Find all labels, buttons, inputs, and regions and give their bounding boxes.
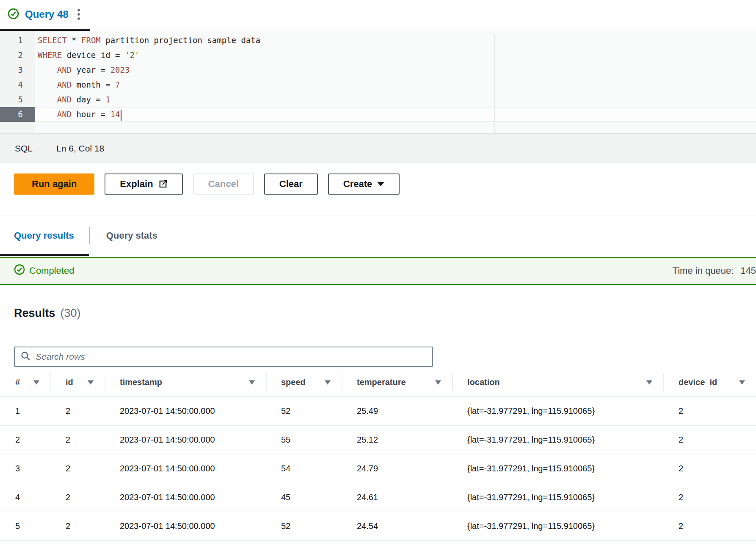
table-row: 322023-07-01 14:50:00.0005424.79{lat=-31… <box>0 454 756 483</box>
table-cell: 54 <box>266 454 342 483</box>
editor-line-5[interactable]: 5 AND day = 1 <box>0 92 756 107</box>
table-row: 122023-07-01 14:50:00.0005225.49{lat=-31… <box>0 397 756 426</box>
table-cell: 2 <box>50 397 105 425</box>
column-label: timestamp <box>120 377 162 387</box>
table-cell: {lat=-31.977291, lng=115.910065} <box>452 426 663 454</box>
table-cell: 2023-07-01 14:50:00.000 <box>105 454 266 483</box>
table-cell: 2 <box>50 454 105 483</box>
table-cell: 52 <box>266 512 342 540</box>
run-again-button[interactable]: Run again <box>14 173 94 195</box>
create-label: Create <box>343 179 372 190</box>
clear-label: Clear <box>279 179 303 190</box>
query-status-banner: Completed Time in queue: 145 <box>0 257 756 285</box>
line-number: 4 <box>0 77 35 92</box>
table-cell: {lat=-31.977291, lng=115.910065} <box>452 397 663 425</box>
query-tab[interactable]: Query 48 <box>0 0 90 31</box>
query-tab-menu-button[interactable] <box>74 6 83 22</box>
sort-icon[interactable] <box>33 377 40 387</box>
search-icon <box>21 351 30 363</box>
editor-line-2[interactable]: 2WHERE device_id = '2' <box>0 48 756 63</box>
table-cell: 2 <box>663 426 756 454</box>
query-success-icon <box>8 8 19 21</box>
table-cell: 2023-07-01 14:50:00.000 <box>105 397 266 425</box>
table-cell: 3 <box>0 454 50 483</box>
table-cell: 25.49 <box>342 397 452 425</box>
sort-icon[interactable] <box>646 377 653 387</box>
results-heading: Results (30) <box>14 307 756 320</box>
status-completed-label: Completed <box>29 265 74 276</box>
sort-icon[interactable] <box>248 377 255 387</box>
line-number: 5 <box>0 92 35 107</box>
editor-line-3[interactable]: 3 AND year = 2023 <box>0 63 756 77</box>
explain-button[interactable]: Explain <box>105 173 182 195</box>
code-text: AND hour = 14 <box>35 107 756 122</box>
cancel-button[interactable]: Cancel <box>193 173 254 195</box>
column-header-speed[interactable]: speed <box>266 368 342 396</box>
search-rows-box <box>14 347 433 367</box>
tab-query-results[interactable]: Query results <box>0 215 89 256</box>
sort-icon[interactable] <box>435 377 441 387</box>
table-row: 422023-07-01 14:50:00.0004524.61{lat=-31… <box>0 483 756 512</box>
sort-icon[interactable] <box>87 377 94 387</box>
column-header-row-number[interactable]: # <box>0 368 50 396</box>
time-in-queue-label: Time in queue: <box>673 265 734 276</box>
column-header-location[interactable]: location <box>452 368 663 396</box>
cancel-label: Cancel <box>208 179 239 190</box>
table-cell: {lat=-31.977291, lng=115.910065} <box>452 512 663 540</box>
time-in-queue-value: 145 <box>740 265 756 276</box>
table-cell: 24.54 <box>342 512 452 540</box>
results-table-body: 122023-07-01 14:50:00.0005225.49{lat=-31… <box>0 397 756 541</box>
table-cell: 2 <box>50 426 105 454</box>
clear-button[interactable]: Clear <box>264 173 318 195</box>
column-label: # <box>15 377 20 387</box>
code-text: AND month = 7 <box>35 77 756 92</box>
editor-line-6[interactable]: 6 AND hour = 14 <box>0 107 756 122</box>
text-cursor <box>121 110 121 121</box>
line-number: 3 <box>0 63 35 77</box>
time-in-queue: Time in queue: 145 <box>673 265 756 276</box>
line-number: 6 <box>0 107 35 122</box>
search-rows-input[interactable] <box>36 352 426 362</box>
line-number: 1 <box>0 33 35 48</box>
table-cell: 24.61 <box>342 483 452 512</box>
code-text: SELECT * FROM partition_projection_sampl… <box>35 33 756 48</box>
table-cell: 24.79 <box>342 454 452 483</box>
editor-print-margin <box>494 33 495 133</box>
tab-query-stats[interactable]: Query stats <box>90 215 174 256</box>
table-cell: 5 <box>0 512 50 540</box>
table-cell: 2 <box>663 483 756 512</box>
external-link-icon <box>158 179 168 189</box>
cursor-position-label: Ln 6, Col 18 <box>56 143 104 154</box>
column-label: device_id <box>679 377 717 387</box>
table-cell: {lat=-31.977291, lng=115.910065} <box>452 483 663 512</box>
table-cell: 2 <box>663 397 756 425</box>
tab-query-stats-label: Query stats <box>106 230 157 241</box>
editor-line-4[interactable]: 4 AND month = 7 <box>0 77 756 92</box>
sort-icon[interactable] <box>739 377 745 387</box>
table-cell: 2 <box>50 483 105 512</box>
completed-check-icon <box>14 264 25 278</box>
chevron-down-icon <box>377 182 384 186</box>
create-button[interactable]: Create <box>328 173 400 195</box>
results-tab-bar: Query results Query stats <box>0 215 756 256</box>
column-header-temperature[interactable]: temperature <box>342 368 452 396</box>
column-header-id[interactable]: id <box>50 368 105 396</box>
results-table-header: #idtimestampspeedtemperaturelocationdevi… <box>0 368 756 397</box>
editor-lines: 1SELECT * FROM partition_projection_samp… <box>0 31 756 122</box>
status-completed: Completed <box>14 264 74 278</box>
results-title: Results <box>14 307 55 320</box>
table-cell: 52 <box>266 397 342 425</box>
editor-language-label: SQL <box>15 143 33 154</box>
editor-line-1[interactable]: 1SELECT * FROM partition_projection_samp… <box>0 33 756 48</box>
table-cell: {lat=-31.977291, lng=115.910065} <box>452 454 663 483</box>
sort-icon[interactable] <box>324 377 331 387</box>
column-header-device_id[interactable]: device_id <box>663 368 756 396</box>
sql-editor[interactable]: 1SELECT * FROM partition_projection_samp… <box>0 31 756 133</box>
table-cell: 4 <box>0 483 50 512</box>
column-label: id <box>66 377 73 387</box>
query-tab-bar: Query 48 <box>0 0 756 31</box>
run-again-label: Run again <box>32 179 77 190</box>
tab-query-results-label: Query results <box>14 230 74 241</box>
column-header-timestamp[interactable]: timestamp <box>105 368 266 396</box>
table-cell: 2 <box>663 454 756 483</box>
